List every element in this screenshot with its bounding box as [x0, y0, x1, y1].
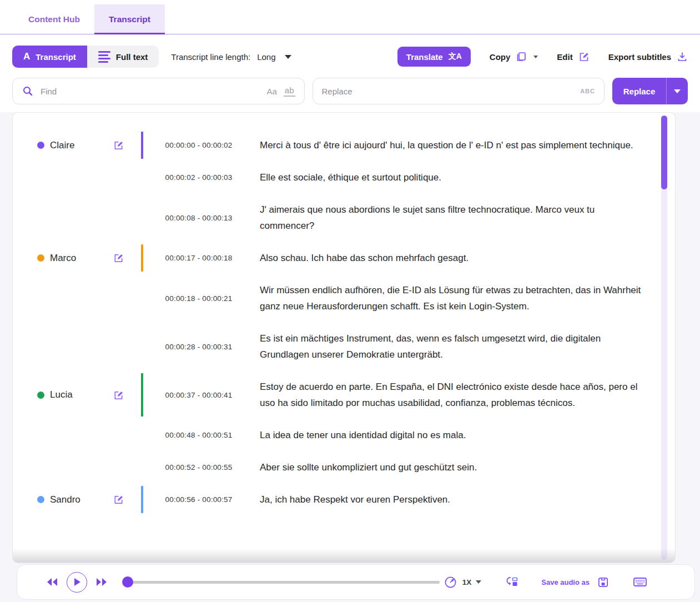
chevron-down-icon — [285, 55, 291, 59]
replace-field[interactable]: ABC — [313, 78, 605, 104]
transcript-row: Marco 00:00:17 - 00:00:18 Also schau. Ic… — [35, 250, 644, 266]
transcript-row: 00:00:18 - 00:00:21 Wir müssen endlich a… — [35, 282, 644, 314]
segment-text[interactable]: Elle est sociale, éthique et surtout pol… — [254, 169, 644, 185]
speaker-color-dot — [37, 142, 44, 149]
transcript-row: 00:00:52 - 00:00:55 Aber sie sollte unko… — [35, 459, 644, 475]
playback-progress-slider[interactable] — [122, 576, 440, 588]
tab-transcript[interactable]: Transcript — [94, 4, 165, 34]
copy-button[interactable]: Copy — [490, 51, 538, 62]
segment-text[interactable]: Ja, ich habe Respekt vor euren Perspekti… — [254, 491, 644, 508]
line-length-dropdown[interactable]: Transcript line length: Long — [171, 52, 291, 62]
chevron-down-icon — [674, 89, 681, 93]
segment-timestamp[interactable]: 00:00:02 - 00:00:03 — [143, 173, 254, 182]
copy-label: Copy — [490, 52, 511, 62]
edit-button[interactable]: Edit — [557, 51, 589, 62]
export-subtitles-label: Export subtitles — [608, 52, 671, 62]
segment-text[interactable]: Wir müssen endlich aufhören, die E-ID al… — [254, 282, 644, 314]
transcript-row: 00:00:48 - 00:00:51 La idea de tener una… — [35, 427, 644, 443]
panel-scrollbar-thumb[interactable] — [661, 116, 667, 189]
rewind-button[interactable] — [46, 578, 58, 586]
segment-text[interactable]: Merci à tous d' être ici aujourd' hui, l… — [254, 137, 644, 153]
play-button[interactable] — [67, 572, 87, 593]
rewind-icon — [46, 578, 58, 586]
spellcheck-abc-icon[interactable]: ABC — [580, 88, 595, 94]
speaker-edit-icon[interactable] — [113, 140, 124, 150]
save-audio-label: Save audio as — [541, 578, 590, 586]
translate-button[interactable]: Translate 文A — [397, 47, 471, 67]
replace-options-button[interactable] — [667, 78, 688, 104]
speaker-cell: Lucia — [35, 379, 141, 411]
segment-timestamp[interactable]: 00:00:52 - 00:00:55 — [143, 463, 254, 471]
full-text-lines-icon — [98, 51, 110, 63]
speaker-edit-icon[interactable] — [113, 390, 124, 400]
segment-text[interactable]: Estoy de acuerdo en parte. En España, el… — [254, 379, 644, 411]
speed-gauge-icon — [444, 576, 457, 589]
transcript-panel: Claire 00:00:00 - 00:00:02 Merci à tous … — [12, 112, 676, 563]
segment-timestamp[interactable]: 00:00:37 - 00:00:41 — [143, 391, 254, 399]
transcript-row: 00:00:02 - 00:00:03 Elle est sociale, ét… — [35, 169, 644, 185]
speaker-cell: Claire — [35, 137, 141, 153]
speaker-block-lucia: Lucia 00:00:37 - 00:00:41 Estoy de acuer… — [13, 379, 675, 475]
slider-track[interactable] — [127, 581, 440, 584]
fast-forward-button[interactable] — [95, 578, 108, 586]
transcript-a-icon: A — [23, 51, 30, 62]
transcript-row: Sandro 00:00:56 - 00:00:57 Ja, ich habe … — [35, 491, 644, 508]
speaker-edit-icon[interactable] — [113, 494, 124, 505]
copy-options-caret-icon[interactable] — [533, 56, 538, 58]
segment-timestamp[interactable]: 00:00:17 - 00:00:18 — [143, 254, 254, 262]
replace-split-button: Replace — [612, 78, 688, 104]
transcript-view-label: Transcript — [36, 52, 76, 62]
speaker-color-dot — [37, 496, 44, 503]
speed-value: 1X — [462, 578, 472, 586]
search-input[interactable] — [41, 87, 260, 96]
download-icon — [677, 51, 688, 62]
segment-timestamp[interactable]: 00:00:00 - 00:00:02 — [143, 141, 254, 149]
toolbar-actions: Translate 文A Copy Edit Export subtitles — [397, 47, 688, 67]
loop-segments-icon — [506, 576, 519, 588]
speaker-block-marco: Marco 00:00:17 - 00:00:18 Also schau. Ic… — [13, 250, 675, 363]
segment-text[interactable]: La idea de tener una identidad digital n… — [254, 427, 644, 443]
segment-timestamp[interactable]: 00:00:28 - 00:00:31 — [143, 343, 254, 351]
loop-playback-button[interactable] — [506, 576, 519, 588]
chevron-down-icon — [476, 580, 481, 584]
find-field[interactable]: Aa ab — [12, 78, 305, 104]
slider-thumb[interactable] — [122, 576, 133, 588]
segment-timestamp[interactable]: 00:00:56 - 00:00:57 — [143, 495, 254, 504]
translate-icon: 文A — [449, 52, 462, 62]
full-text-view-button[interactable]: Full text — [87, 46, 159, 68]
match-case-icon[interactable]: Aa — [266, 87, 276, 96]
transcript-view-button[interactable]: A Transcript — [12, 46, 87, 68]
speaker-cell: Marco — [35, 250, 141, 266]
export-subtitles-button[interactable]: Export subtitles — [608, 51, 688, 62]
segment-text[interactable]: Aber sie sollte unkompliziert und gut ge… — [254, 459, 644, 475]
edit-icon — [578, 51, 590, 62]
speaker-color-dot — [37, 392, 44, 399]
segment-timestamp[interactable]: 00:00:48 - 00:00:51 — [143, 431, 254, 439]
save-audio-button[interactable]: Save audio as — [541, 576, 609, 588]
save-floppy-icon — [597, 576, 609, 588]
segment-text[interactable]: J' aimerais que nous abordions le sujet … — [254, 202, 644, 234]
speaker-color-dot — [37, 254, 44, 262]
copy-icon — [516, 51, 527, 62]
line-length-label: Transcript line length: — [171, 52, 250, 62]
replace-button[interactable]: Replace — [612, 78, 667, 104]
keyboard-icon — [633, 577, 647, 587]
replace-input[interactable] — [322, 87, 574, 96]
edit-label: Edit — [557, 52, 572, 62]
playback-speed-button[interactable]: 1X — [444, 576, 482, 589]
speaker-name: Claire — [50, 140, 74, 151]
transcript-row: Lucia 00:00:37 - 00:00:41 Estoy de acuer… — [35, 379, 644, 411]
line-length-value: Long — [257, 52, 275, 62]
segment-text[interactable]: Es ist ein mächtiges Instrument, das, we… — [254, 330, 644, 363]
play-icon — [73, 578, 81, 586]
speaker-edit-icon[interactable] — [113, 253, 124, 263]
segment-text[interactable]: Also schau. Ich habe das schon mehrfach … — [254, 250, 644, 266]
speaker-name: Sandro — [50, 494, 80, 505]
whole-word-icon[interactable]: ab — [284, 86, 295, 97]
tab-content-hub[interactable]: Content Hub — [14, 4, 94, 34]
keyboard-shortcuts-button[interactable] — [633, 577, 647, 587]
segment-timestamp[interactable]: 00:00:18 - 00:00:21 — [143, 294, 254, 303]
segment-timestamp[interactable]: 00:00:08 - 00:00:13 — [143, 214, 254, 222]
panel-scrollbar-track[interactable] — [661, 116, 667, 560]
transcript-toolbar: A Transcript Full text Transcript line l… — [0, 34, 700, 78]
